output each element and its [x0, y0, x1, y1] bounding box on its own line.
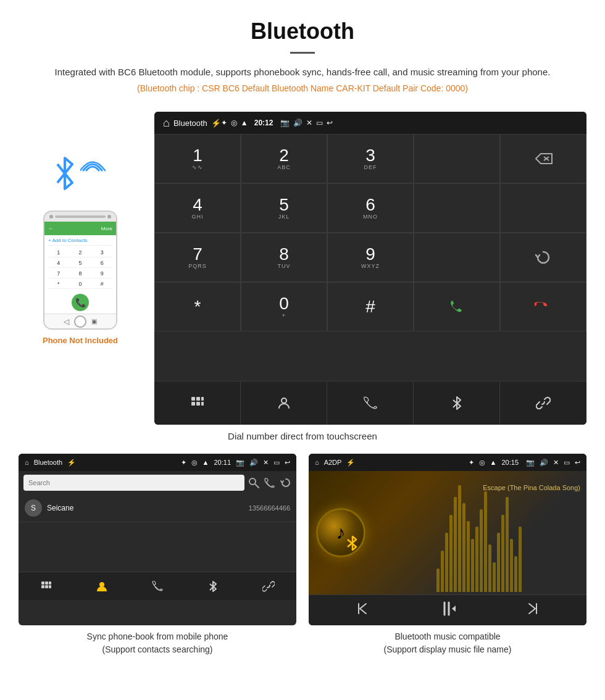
phone-key-4[interactable]: 4	[48, 259, 69, 268]
music-prev-button[interactable]	[355, 601, 370, 619]
music-next-button[interactable]	[525, 601, 540, 619]
svg-point-8	[282, 398, 286, 403]
phone-add-contact: + Add to Contacts	[48, 238, 112, 246]
search-icon[interactable]	[248, 477, 259, 488]
bluetooth-button[interactable]	[414, 381, 500, 425]
dial-key-7-sub: PQRS	[188, 263, 207, 269]
bt-icon-status: ✦	[221, 119, 227, 127]
dial-screen: ⌂ Bluetooth ⚡ ✦ ◎ ▲ 20:12 📷 🔊 ✕ ▭ ↩ 1 ∿∿	[154, 112, 586, 425]
phone-key-hash[interactable]: #	[92, 280, 112, 289]
phone-key-2[interactable]: 2	[70, 248, 90, 257]
home-icon[interactable]: ⌂	[163, 117, 170, 130]
music-win-icon: ▭	[564, 459, 570, 467]
music-app-name: A2DP	[324, 459, 342, 466]
dial-key-2[interactable]: 2 ABC	[241, 134, 327, 183]
music-back-icon[interactable]: ↩	[575, 459, 580, 467]
pb-link-btn[interactable]	[241, 572, 296, 600]
dial-key-4-sub: GHI	[191, 214, 203, 220]
phone-status-bar: ← More	[44, 222, 116, 235]
dial-key-3-sub: DEF	[364, 164, 377, 170]
phone-key-6[interactable]: 6	[92, 259, 112, 268]
phone-key-8[interactable]: 8	[70, 269, 90, 278]
dial-key-9[interactable]: 9 WXYZ	[327, 233, 414, 282]
user-icon	[96, 580, 108, 593]
dial-key-6[interactable]: 6 MNO	[327, 183, 414, 233]
contacts-button[interactable]	[241, 381, 327, 425]
pb-bt-btn[interactable]	[185, 572, 241, 600]
phone-contact-label: More	[101, 226, 112, 231]
page-description: Integrated with BC6 Bluetooth module, su…	[37, 65, 568, 80]
dial-key-3[interactable]: 3 DEF	[327, 134, 414, 183]
refresh-search-icon[interactable]	[280, 477, 291, 488]
dial-call-red-key[interactable]	[500, 282, 586, 331]
volume-icon-status: 🔊	[293, 119, 302, 127]
dial-empty-r3c4	[414, 233, 500, 282]
music-content-area: ♪ Escape (The Pina Colada Song)	[309, 471, 586, 594]
music-track-info: Escape (The Pina Colada Song)	[483, 483, 580, 493]
eq-bar-8	[467, 521, 470, 592]
svg-rect-12	[45, 581, 48, 585]
pb-search-input[interactable]	[23, 475, 244, 491]
dial-key-star[interactable]: *	[154, 282, 241, 331]
link-button[interactable]	[500, 381, 586, 425]
dial-key-0[interactable]: 0 +	[241, 282, 327, 331]
dial-key-8[interactable]: 8 TUV	[241, 233, 327, 282]
music-caption-main: Bluetooth music compatible	[394, 631, 500, 641]
music-play-pause-button[interactable]	[438, 599, 457, 621]
pb-contact-row[interactable]: S Seicane 13566664466	[19, 494, 296, 522]
pb-back-icon[interactable]: ↩	[285, 459, 290, 467]
dial-key-5[interactable]: 5 JKL	[241, 183, 327, 233]
dial-key-1-sub: ∿∿	[192, 164, 203, 170]
pb-home-icon[interactable]: ⌂	[25, 459, 29, 466]
pb-x-icon: ✕	[263, 459, 269, 467]
dial-empty-r2c5	[500, 183, 586, 233]
svg-point-17	[99, 582, 104, 587]
phone-key-9[interactable]: 9	[92, 269, 112, 278]
phone-key-7[interactable]: 7	[48, 269, 69, 278]
dial-key-0-sub: +	[282, 312, 286, 319]
signal-icon-status: ▲	[241, 119, 248, 127]
phone-key-1[interactable]: 1	[48, 248, 69, 257]
phone-search-icon[interactable]	[264, 477, 275, 488]
pb-contact-name: Seicane	[47, 504, 249, 512]
dial-status-bar: ⌂ Bluetooth ⚡ ✦ ◎ ▲ 20:12 📷 🔊 ✕ ▭ ↩	[154, 112, 586, 134]
eq-bar-13	[488, 544, 491, 592]
phone-key-3[interactable]: 3	[92, 248, 112, 257]
dial-key-4[interactable]: 4 GHI	[154, 183, 241, 233]
dial-key-6-sub: MNO	[363, 214, 378, 220]
pb-dialpad-btn[interactable]	[19, 572, 74, 600]
phone-call-btn-row: 📞	[48, 294, 112, 311]
dial-caption: Dial number direct from touchscreen	[0, 431, 605, 441]
eq-bar-19	[514, 556, 517, 592]
dial-call-green-key[interactable]	[414, 282, 500, 331]
phone-key-5[interactable]: 5	[70, 259, 90, 268]
dial-refresh-key[interactable]	[500, 233, 586, 282]
phone-key-star[interactable]: *	[48, 280, 69, 289]
phone-speaker	[55, 215, 106, 218]
music-cam-icon: 📷	[526, 459, 535, 467]
delete-icon	[533, 152, 553, 165]
dial-key-7[interactable]: 7 PQRS	[154, 233, 241, 282]
music-controls	[309, 594, 586, 625]
pb-phone-icon	[151, 580, 164, 593]
dial-key-1[interactable]: 1 ∿∿	[154, 134, 241, 183]
phone-button[interactable]	[327, 381, 414, 425]
phone-key-0[interactable]: 0	[70, 280, 90, 289]
dial-key-3-main: 3	[365, 147, 375, 164]
music-home-icon[interactable]: ⌂	[315, 459, 319, 466]
location-icon-status: ◎	[231, 119, 237, 127]
pb-phone-btn[interactable]	[130, 572, 185, 600]
dialpad-mode-button[interactable]	[154, 381, 241, 425]
main-section: ← More + Add to Contacts 1 2 3 4 5 6 7 8…	[0, 112, 605, 425]
eq-bar-4	[449, 515, 453, 592]
window-icon-status: ▭	[316, 119, 323, 127]
eq-bar-9	[471, 539, 474, 592]
dial-key-hash[interactable]: #	[327, 282, 414, 331]
dial-delete-key[interactable]	[500, 134, 586, 183]
back-icon-status[interactable]: ↩	[327, 119, 333, 127]
phone-call-button[interactable]: 📞	[72, 294, 89, 311]
dial-key-9-main: 9	[365, 246, 375, 263]
music-bluetooth-overlay-icon	[344, 535, 361, 552]
eq-bar-1	[436, 569, 440, 592]
pb-user-btn[interactable]	[74, 572, 130, 600]
